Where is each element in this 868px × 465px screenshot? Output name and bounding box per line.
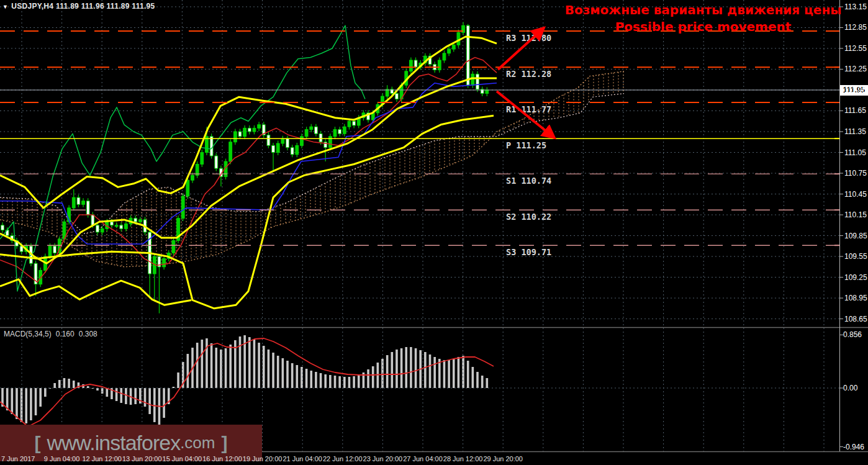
pivot-label-S2: S2 110.22 [506, 212, 551, 222]
macd-value-signal: 0.308 [79, 330, 97, 338]
watermark-suffix: .com [180, 433, 215, 453]
macd-name: MACD(5,34,5) [4, 330, 52, 338]
price-tick-label: 108.65 [844, 315, 867, 323]
time-tick-label: 7 Jun 2017 [1, 455, 35, 463]
price-tick-label: 111.95 [844, 86, 866, 94]
symbol-ohlc-text: USDJPY,H4 111.89 111.96 111.89 111.95 [11, 2, 155, 11]
watermark-bracket-left: [ [35, 433, 41, 454]
price-tick-label: 112.55 [844, 44, 867, 53]
price-tick-label: 109.85 [844, 232, 867, 240]
over-layer [0, 28, 839, 138]
macd-value-main: 0.160 [56, 330, 75, 338]
time-tick-label: 29 Jun 20:00 [483, 455, 523, 463]
annotation-text-ru: Возможные варианты движения цены [534, 2, 868, 17]
price-tick-label: 113.15 [844, 2, 867, 11]
pivot-label-R2: R2 112.28 [506, 69, 551, 79]
time-tick-label: 21 Jun 04:00 [283, 455, 322, 463]
price-tick-label: 110.75 [844, 169, 867, 178]
pivot-label-S1: S1 110.74 [506, 176, 551, 186]
macd-indicator-label: MACD(5,34,5)0.1600.308 [4, 330, 102, 338]
time-tick-label: 12 Jun 12:00 [82, 455, 122, 463]
time-tick-label: 13 Jun 20:00 [122, 455, 162, 463]
pivot-label-P: P 111.25 [506, 140, 546, 150]
macd-tick-label: -0.946 [843, 443, 864, 451]
price-tick-label: 109.25 [844, 273, 867, 282]
price-tick-label: 112.25 [844, 65, 867, 73]
macd-tick-label: 0.856 [843, 330, 862, 339]
price-tick-label: 112.85 [844, 23, 867, 32]
time-tick-label: 27 Jun 04:00 [403, 455, 443, 463]
price-movement-arrow-2[interactable] [497, 91, 554, 138]
watermark-text: www.instaforex [47, 431, 181, 455]
symbol-dropdown-icon[interactable]: ▼ [2, 4, 8, 10]
series-layer [0, 22, 497, 314]
price-tick-label: 109.55 [844, 252, 867, 261]
time-tick-label: 19 Jun 20:00 [243, 455, 283, 463]
time-tick-label: 28 Jun 12:00 [443, 455, 483, 463]
time-tick-label: 16 Jun 12:00 [202, 455, 242, 463]
time-tick-label: 22 Jun 12:00 [323, 455, 363, 463]
price-tick-label: 110.45 [844, 190, 867, 199]
mt4-chart-window: R3 112.80R2 112.28R1 111.77P 111.25S1 11… [0, 0, 868, 465]
symbol-info: ▼USDJPY,H4 111.89 111.96 111.89 111.95 [2, 2, 155, 11]
annotation-text-en: Possible price movement [534, 19, 868, 34]
pivot-label-S3: S3 109.71 [506, 247, 551, 257]
price-tick-label: 108.95 [844, 294, 867, 302]
macd-tick-label: 0.00 [843, 384, 857, 392]
price-tick-label: 110.15 [844, 210, 867, 219]
grid-layer [0, 0, 839, 327]
price-tick-label: 111.65 [844, 106, 866, 115]
time-tick-label: 23 Jun 20:00 [363, 455, 403, 463]
time-tick-label: 15 Jun 04:00 [163, 455, 202, 463]
price-tick-label: 111.35 [844, 127, 866, 136]
cloud-layer [0, 71, 624, 267]
time-tick-label: 9 Jun 04:00 [44, 455, 80, 463]
chart-canvas[interactable]: R3 112.80R2 112.28R1 111.77P 111.25S1 11… [0, 0, 868, 465]
price-tick-label: 111.05 [844, 148, 866, 157]
watermark-bracket-right: ] [221, 433, 227, 454]
